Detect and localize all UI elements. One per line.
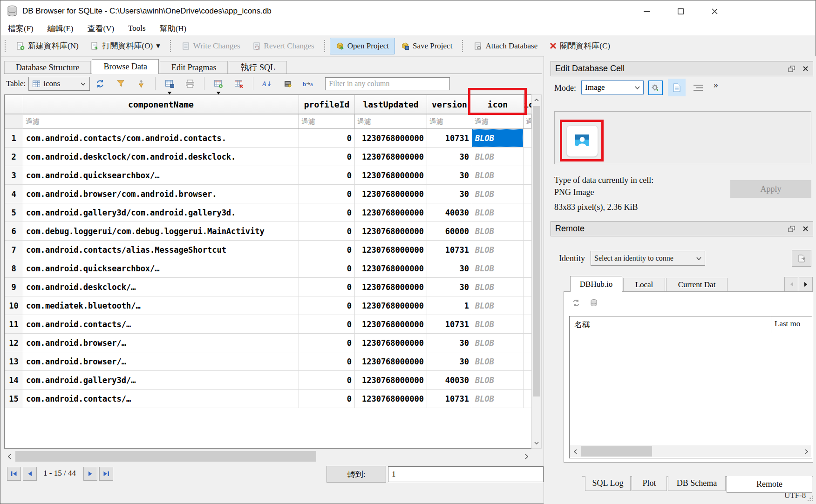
cell-version[interactable]: 30	[427, 278, 472, 296]
grid-vertical-scrollbar[interactable]	[531, 94, 542, 449]
remote-database-icon[interactable]	[588, 297, 599, 309]
cell-icon-blob[interactable]: BLOB	[472, 129, 524, 148]
menu-help[interactable]: 幫助(H)	[153, 21, 194, 35]
tab-execute-sql[interactable]: 執行 SQL	[229, 61, 287, 74]
cell-partial[interactable]	[524, 129, 531, 148]
cell-version[interactable]: 30	[427, 166, 472, 185]
menu-file[interactable]: 檔案(F)	[1, 21, 41, 35]
tree-scroll-thumb[interactable]	[581, 446, 652, 457]
menu-view[interactable]: 查看(V)	[81, 21, 122, 35]
tab-remote[interactable]: Remote	[727, 476, 812, 493]
cell-version[interactable]: 30	[427, 259, 472, 278]
import-data-button[interactable]	[648, 81, 663, 95]
cell-componentName[interactable]: com.debug.loggerui/com.debug.loggerui.Ma…	[23, 222, 299, 241]
cell-lastUpdated[interactable]: 1230768000000	[355, 371, 427, 390]
cell-componentName[interactable]: com.mediatek.bluetooth/…	[23, 296, 299, 315]
cell-version[interactable]: 40030	[427, 203, 472, 222]
identity-export-button[interactable]	[792, 250, 811, 267]
row-number[interactable]: 5	[5, 203, 23, 222]
cell-profileId[interactable]: 0	[299, 222, 355, 241]
cell-lastUpdated[interactable]: 1230768000000	[355, 148, 427, 166]
cell-icon-blob[interactable]: BLOB	[472, 203, 524, 222]
menu-tools[interactable]: Tools	[121, 21, 153, 35]
cell-profileId[interactable]: 0	[299, 296, 355, 315]
identity-select[interactable]: Select an identity to conne	[591, 251, 705, 266]
close-icon[interactable]	[704, 2, 725, 20]
resize-grip[interactable]	[808, 496, 814, 502]
row-number[interactable]: 10	[5, 296, 23, 315]
cell-partial[interactable]	[524, 148, 531, 166]
cell-lastUpdated[interactable]: 1230768000000	[355, 166, 427, 185]
tree-horizontal-scrollbar[interactable]	[570, 445, 811, 457]
cell-lastUpdated[interactable]: 1230768000000	[355, 129, 427, 148]
cell-profileId[interactable]: 0	[299, 129, 355, 148]
cell-version[interactable]: 10731	[427, 129, 472, 148]
open-database-button[interactable]: 打開資料庫(O) ▾	[85, 37, 166, 55]
text-view-button[interactable]	[668, 79, 686, 96]
cell-version[interactable]: 10731	[427, 241, 472, 259]
sort-az-icon[interactable]: A	[260, 77, 274, 91]
cell-lastUpdated[interactable]: 1230768000000	[355, 352, 427, 371]
cell-componentName[interactable]: com.android.quicksearchbox/…	[23, 166, 299, 185]
cell-icon-blob[interactable]: BLOB	[472, 241, 524, 259]
close-panel-icon[interactable]	[802, 66, 809, 72]
cell-icon-blob[interactable]: BLOB	[472, 334, 524, 352]
cell-lastUpdated[interactable]: 1230768000000	[355, 259, 427, 278]
cell-componentName[interactable]: com.android.contacts/alias.MessageShortc…	[23, 241, 299, 259]
cell-icon-blob[interactable]: BLOB	[472, 278, 524, 296]
save-table-icon[interactable]	[163, 77, 177, 91]
scroll-up-icon[interactable]	[532, 95, 541, 105]
panel-overflow-chevrons[interactable]: »	[714, 80, 718, 90]
cell-componentName[interactable]: com.android.browser/com.android.browser.	[23, 185, 299, 203]
row-number[interactable]: 1	[5, 129, 23, 148]
filter-profileId[interactable]: 過濾	[299, 114, 355, 129]
cell-icon-blob[interactable]: BLOB	[472, 390, 524, 408]
cell-profileId[interactable]: 0	[299, 390, 355, 408]
cell-partial[interactable]	[524, 222, 531, 241]
cell-version[interactable]: 60000	[427, 222, 472, 241]
cell-lastUpdated[interactable]: 1230768000000	[355, 203, 427, 222]
table-select[interactable]: icons	[28, 77, 90, 91]
menu-edit[interactable]: 編輯(E)	[41, 21, 81, 35]
vertical-scroll-thumb[interactable]	[533, 106, 540, 396]
float-panel-icon[interactable]	[788, 226, 795, 232]
tab-edit-pragmas[interactable]: Edit Pragmas	[160, 61, 228, 74]
horizontal-scroll-thumb[interactable]	[15, 451, 316, 462]
cell-partial[interactable]	[524, 203, 531, 222]
row-number[interactable]: 6	[5, 222, 23, 241]
minimize-icon[interactable]	[636, 2, 657, 20]
row-number[interactable]: 12	[5, 334, 23, 352]
column-header-componentName[interactable]: componentName	[23, 95, 299, 114]
cell-partial[interactable]	[524, 296, 531, 315]
delete-record-icon[interactable]	[232, 77, 246, 91]
row-number[interactable]: 15	[5, 390, 23, 408]
row-number[interactable]: 7	[5, 241, 23, 259]
apply-button[interactable]: Apply	[730, 180, 811, 198]
tab-sql-log[interactable]: SQL Log	[585, 476, 631, 491]
cell-lastUpdated[interactable]: 1230768000000	[355, 185, 427, 203]
cell-version[interactable]: 30	[427, 334, 472, 352]
last-record-button[interactable]	[99, 467, 113, 481]
goto-button[interactable]: 轉到:	[326, 466, 386, 483]
cell-lastUpdated[interactable]: 1230768000000	[355, 296, 427, 315]
cell-profileId[interactable]: 0	[299, 241, 355, 259]
cell-componentName[interactable]: com.android.deskclock/com.android.deskcl…	[23, 148, 299, 166]
filter-version[interactable]: 過濾	[427, 114, 472, 129]
cell-profileId[interactable]: 0	[299, 278, 355, 296]
cell-componentName[interactable]: com.android.browser/…	[23, 334, 299, 352]
cell-icon-blob[interactable]: BLOB	[472, 222, 524, 241]
filter-partial[interactable]: 過濾	[524, 114, 531, 129]
tree-modified-column[interactable]: Last mo	[775, 319, 812, 329]
cell-lastUpdated[interactable]: 1230768000000	[355, 278, 427, 296]
cell-partial[interactable]	[524, 241, 531, 259]
cell-componentName[interactable]: com.android.browser/…	[23, 352, 299, 371]
cell-profileId[interactable]: 0	[299, 371, 355, 390]
scroll-left-icon[interactable]	[4, 450, 14, 463]
filter-icon[interactable]: 過濾	[472, 114, 524, 129]
tab-db-schema[interactable]: DB Schema	[668, 476, 726, 491]
write-changes-button[interactable]: Write Changes	[176, 38, 246, 54]
column-header-version[interactable]: version	[427, 95, 472, 114]
open-project-button[interactable]: Open Project	[330, 38, 395, 54]
cell-partial[interactable]	[524, 278, 531, 296]
first-record-button[interactable]	[7, 467, 21, 481]
